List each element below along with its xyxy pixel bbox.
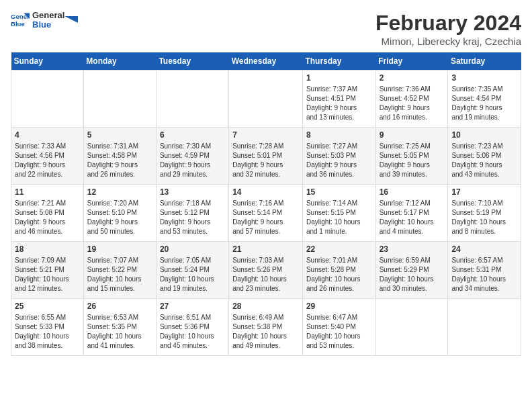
calendar-cell: 6Sunrise: 7:30 AM Sunset: 4:59 PM Daylig… bbox=[156, 128, 228, 185]
day-info: Sunrise: 6:59 AM Sunset: 5:29 PM Dayligh… bbox=[380, 256, 445, 293]
day-info: Sunrise: 7:35 AM Sunset: 4:54 PM Dayligh… bbox=[451, 85, 517, 122]
calendar-cell bbox=[448, 299, 521, 356]
calendar-week-row: 4Sunrise: 7:33 AM Sunset: 4:56 PM Daylig… bbox=[11, 128, 521, 185]
calendar-table: SundayMondayTuesdayWednesdayThursdayFrid… bbox=[11, 52, 521, 356]
day-number: 12 bbox=[87, 187, 152, 197]
day-number: 8 bbox=[306, 130, 372, 140]
svg-marker-3 bbox=[64, 16, 78, 23]
day-info: Sunrise: 6:47 AM Sunset: 5:40 PM Dayligh… bbox=[306, 313, 372, 351]
day-number: 19 bbox=[87, 244, 152, 254]
calendar-cell: 5Sunrise: 7:31 AM Sunset: 4:58 PM Daylig… bbox=[83, 128, 156, 185]
day-number: 6 bbox=[160, 130, 225, 140]
calendar-week-row: 1Sunrise: 7:37 AM Sunset: 4:51 PM Daylig… bbox=[11, 71, 521, 128]
calendar-cell: 4Sunrise: 7:33 AM Sunset: 4:56 PM Daylig… bbox=[11, 128, 84, 185]
day-number: 25 bbox=[15, 302, 80, 311]
day-info: Sunrise: 7:20 AM Sunset: 5:10 PM Dayligh… bbox=[87, 199, 152, 236]
calendar-cell: 2Sunrise: 7:36 AM Sunset: 4:52 PM Daylig… bbox=[375, 71, 448, 128]
calendar-cell: 8Sunrise: 7:27 AM Sunset: 5:03 PM Daylig… bbox=[302, 128, 375, 185]
calendar-cell: 19Sunrise: 7:07 AM Sunset: 5:22 PM Dayli… bbox=[83, 242, 156, 299]
logo-arrow-icon bbox=[64, 16, 78, 30]
calendar-week-row: 25Sunrise: 6:55 AM Sunset: 5:33 PM Dayli… bbox=[11, 299, 521, 356]
day-info: Sunrise: 7:05 AM Sunset: 5:24 PM Dayligh… bbox=[160, 256, 225, 293]
calendar-subtitle: Mimon, Liberecky kraj, Czechia bbox=[375, 36, 521, 47]
day-info: Sunrise: 7:25 AM Sunset: 5:05 PM Dayligh… bbox=[380, 142, 445, 179]
logo-general: General bbox=[32, 11, 64, 20]
day-number: 28 bbox=[232, 302, 299, 311]
day-info: Sunrise: 7:33 AM Sunset: 4:56 PM Dayligh… bbox=[15, 142, 80, 179]
day-info: Sunrise: 7:21 AM Sunset: 5:08 PM Dayligh… bbox=[15, 199, 80, 236]
calendar-cell bbox=[229, 71, 303, 128]
calendar-cell: 3Sunrise: 7:35 AM Sunset: 4:54 PM Daylig… bbox=[448, 71, 521, 128]
calendar-week-row: 18Sunrise: 7:09 AM Sunset: 5:21 PM Dayli… bbox=[11, 242, 521, 299]
page-header: General Blue General Blue February 2024 … bbox=[11, 11, 521, 47]
calendar-cell: 7Sunrise: 7:28 AM Sunset: 5:01 PM Daylig… bbox=[229, 128, 303, 185]
calendar-cell: 10Sunrise: 7:23 AM Sunset: 5:06 PM Dayli… bbox=[448, 128, 521, 185]
weekday-header-saturday: Saturday bbox=[448, 52, 521, 71]
weekday-header-tuesday: Tuesday bbox=[156, 52, 228, 71]
day-info: Sunrise: 7:27 AM Sunset: 5:03 PM Dayligh… bbox=[306, 142, 372, 179]
calendar-cell bbox=[156, 71, 228, 128]
day-info: Sunrise: 6:49 AM Sunset: 5:38 PM Dayligh… bbox=[232, 313, 299, 351]
day-number: 20 bbox=[160, 244, 225, 254]
weekday-header-sunday: Sunday bbox=[11, 52, 84, 71]
day-number: 16 bbox=[380, 187, 445, 197]
svg-text:Blue: Blue bbox=[11, 20, 25, 28]
calendar-cell: 28Sunrise: 6:49 AM Sunset: 5:38 PM Dayli… bbox=[229, 299, 303, 356]
day-info: Sunrise: 6:55 AM Sunset: 5:33 PM Dayligh… bbox=[15, 313, 80, 351]
day-number: 4 bbox=[15, 130, 80, 140]
day-info: Sunrise: 7:30 AM Sunset: 4:59 PM Dayligh… bbox=[160, 142, 225, 179]
day-number: 23 bbox=[380, 244, 445, 254]
logo: General Blue General Blue bbox=[11, 11, 78, 30]
day-number: 7 bbox=[232, 130, 299, 140]
calendar-cell: 27Sunrise: 6:51 AM Sunset: 5:36 PM Dayli… bbox=[156, 299, 228, 356]
day-info: Sunrise: 7:09 AM Sunset: 5:21 PM Dayligh… bbox=[15, 256, 80, 293]
day-number: 10 bbox=[451, 130, 517, 140]
day-number: 27 bbox=[160, 302, 225, 311]
day-info: Sunrise: 7:03 AM Sunset: 5:26 PM Dayligh… bbox=[232, 256, 299, 293]
day-info: Sunrise: 7:36 AM Sunset: 4:52 PM Dayligh… bbox=[380, 85, 445, 122]
day-number: 18 bbox=[15, 244, 80, 254]
calendar-cell: 14Sunrise: 7:16 AM Sunset: 5:14 PM Dayli… bbox=[229, 185, 303, 242]
weekday-header-row: SundayMondayTuesdayWednesdayThursdayFrid… bbox=[11, 52, 521, 71]
weekday-header-friday: Friday bbox=[375, 52, 448, 71]
calendar-cell: 26Sunrise: 6:53 AM Sunset: 5:35 PM Dayli… bbox=[83, 299, 156, 356]
day-number: 29 bbox=[306, 302, 372, 311]
day-number: 5 bbox=[87, 130, 152, 140]
day-info: Sunrise: 7:31 AM Sunset: 4:58 PM Dayligh… bbox=[87, 142, 152, 179]
day-number: 9 bbox=[380, 130, 445, 140]
calendar-cell: 21Sunrise: 7:03 AM Sunset: 5:26 PM Dayli… bbox=[229, 242, 303, 299]
calendar-cell: 11Sunrise: 7:21 AM Sunset: 5:08 PM Dayli… bbox=[11, 185, 84, 242]
day-number: 21 bbox=[232, 244, 299, 254]
calendar-cell: 9Sunrise: 7:25 AM Sunset: 5:05 PM Daylig… bbox=[375, 128, 448, 185]
day-number: 2 bbox=[380, 73, 445, 83]
logo-icon: General Blue bbox=[11, 11, 30, 30]
calendar-cell: 23Sunrise: 6:59 AM Sunset: 5:29 PM Dayli… bbox=[375, 242, 448, 299]
calendar-week-row: 11Sunrise: 7:21 AM Sunset: 5:08 PM Dayli… bbox=[11, 185, 521, 242]
day-info: Sunrise: 7:01 AM Sunset: 5:28 PM Dayligh… bbox=[306, 256, 372, 293]
calendar-cell: 29Sunrise: 6:47 AM Sunset: 5:40 PM Dayli… bbox=[302, 299, 375, 356]
weekday-header-wednesday: Wednesday bbox=[229, 52, 303, 71]
calendar-cell: 13Sunrise: 7:18 AM Sunset: 5:12 PM Dayli… bbox=[156, 185, 228, 242]
calendar-cell: 18Sunrise: 7:09 AM Sunset: 5:21 PM Dayli… bbox=[11, 242, 84, 299]
day-info: Sunrise: 7:12 AM Sunset: 5:17 PM Dayligh… bbox=[380, 199, 445, 236]
day-number: 11 bbox=[15, 187, 80, 197]
title-section: February 2024 Mimon, Liberecky kraj, Cze… bbox=[375, 11, 521, 47]
calendar-cell: 25Sunrise: 6:55 AM Sunset: 5:33 PM Dayli… bbox=[11, 299, 84, 356]
day-info: Sunrise: 6:51 AM Sunset: 5:36 PM Dayligh… bbox=[160, 313, 225, 351]
day-info: Sunrise: 7:18 AM Sunset: 5:12 PM Dayligh… bbox=[160, 199, 225, 236]
calendar-cell: 20Sunrise: 7:05 AM Sunset: 5:24 PM Dayli… bbox=[156, 242, 228, 299]
day-number: 22 bbox=[306, 244, 372, 254]
day-number: 14 bbox=[232, 187, 299, 197]
day-number: 15 bbox=[306, 187, 372, 197]
day-info: Sunrise: 7:37 AM Sunset: 4:51 PM Dayligh… bbox=[306, 85, 372, 122]
day-info: Sunrise: 7:16 AM Sunset: 5:14 PM Dayligh… bbox=[232, 199, 299, 236]
day-info: Sunrise: 6:53 AM Sunset: 5:35 PM Dayligh… bbox=[87, 313, 152, 351]
calendar-cell: 12Sunrise: 7:20 AM Sunset: 5:10 PM Dayli… bbox=[83, 185, 156, 242]
day-number: 26 bbox=[87, 302, 152, 311]
calendar-cell: 15Sunrise: 7:14 AM Sunset: 5:15 PM Dayli… bbox=[302, 185, 375, 242]
weekday-header-monday: Monday bbox=[83, 52, 156, 71]
calendar-cell: 16Sunrise: 7:12 AM Sunset: 5:17 PM Dayli… bbox=[375, 185, 448, 242]
calendar-cell: 24Sunrise: 6:57 AM Sunset: 5:31 PM Dayli… bbox=[448, 242, 521, 299]
calendar-cell: 1Sunrise: 7:37 AM Sunset: 4:51 PM Daylig… bbox=[302, 71, 375, 128]
day-number: 13 bbox=[160, 187, 225, 197]
